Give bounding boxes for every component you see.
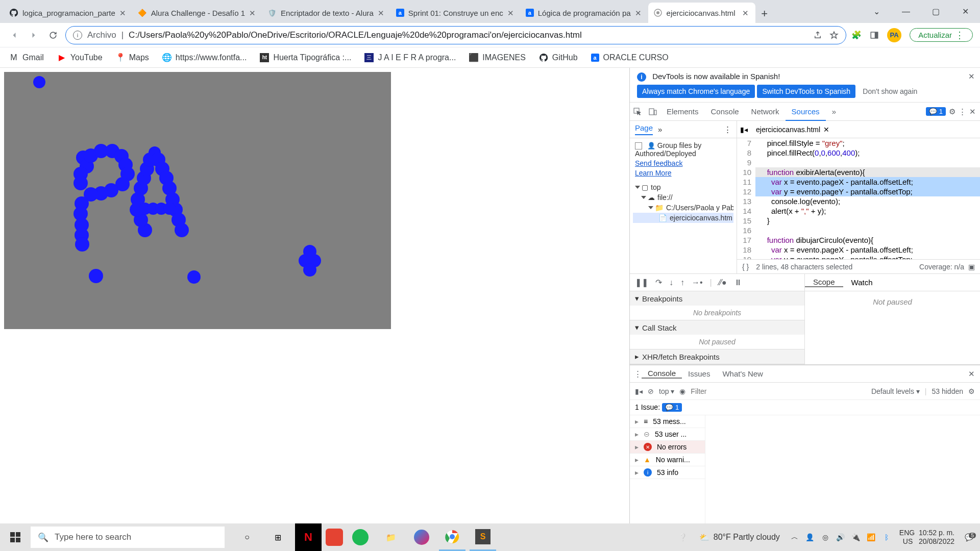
live-expr-icon[interactable]: ◉ (679, 387, 685, 395)
bookmark-jaiefra[interactable]: 三J A I E F R A progra... (364, 53, 456, 62)
spotify-icon[interactable] (347, 523, 374, 551)
step-icon[interactable]: →• (692, 278, 703, 287)
drawing-canvas[interactable] (4, 72, 391, 329)
coverage-icon[interactable]: ▣ (968, 263, 975, 271)
cortana-icon[interactable]: ○ (234, 523, 260, 551)
filter-input[interactable] (691, 387, 782, 395)
send-feedback-link[interactable]: Send feedback (635, 159, 731, 167)
dont-show-button[interactable]: Don't show again (857, 85, 922, 98)
match-language-button[interactable]: Always match Chrome's language (637, 85, 755, 98)
more-tabs-icon[interactable]: » (826, 103, 842, 120)
more-tabs-icon[interactable]: » (658, 125, 662, 134)
step-over-icon[interactable]: ↷ (655, 278, 662, 287)
help-tray-icon[interactable]: ❔ (678, 533, 687, 541)
browser-tab[interactable]: logica_programacion_parte ✕ (4, 3, 133, 23)
close-devtools-icon[interactable]: ✕ (969, 107, 976, 116)
switch-spanish-button[interactable]: Switch DevTools to Spanish (757, 85, 855, 98)
step-out-icon[interactable]: ↑ (680, 278, 684, 287)
tab-elements[interactable]: Elements (660, 103, 705, 120)
inspect-icon[interactable] (630, 108, 645, 116)
tab-sources[interactable]: Sources (786, 103, 826, 121)
issues-badge[interactable]: 💬 1 (926, 107, 946, 116)
deactivate-bp-icon[interactable]: ⁄⁄● (719, 278, 727, 287)
close-icon[interactable]: ✕ (968, 369, 980, 379)
pause-exceptions-icon[interactable]: ⏸ (734, 278, 742, 287)
drawer-issues-tab[interactable]: Issues (682, 369, 716, 378)
netflix-icon[interactable]: N (295, 523, 322, 551)
issue-summary[interactable]: 1 Issue: 💬 1 (630, 400, 980, 415)
bluetooth-tray-icon[interactable]: ᛒ (880, 533, 893, 541)
clear-console-icon[interactable]: ⊘ (648, 387, 654, 395)
battery-tray-icon[interactable]: 🔌 (849, 533, 863, 541)
file-tree[interactable]: ▢ top ☁ file:// 📁 C:/Users/Paola y Pab 📄… (630, 180, 737, 225)
scope-tab[interactable]: Scope (805, 278, 843, 287)
bookmark-imagenes[interactable]: ⬛IMAGENES (469, 53, 525, 62)
back-button[interactable] (7, 28, 21, 42)
nav-toggle-icon[interactable]: ▮◂ (740, 126, 748, 134)
kebab-icon[interactable]: ⋮ (634, 369, 642, 379)
maximize-icon[interactable]: ▢ (921, 2, 950, 22)
bookmark-huerta[interactable]: htHuerta Tipográfica :... (260, 53, 351, 62)
drawer-console-tab[interactable]: Console (642, 369, 682, 379)
chevron-down-icon[interactable]: ⌄ (862, 2, 891, 22)
editor-file-tab[interactable]: ejerciciocanvas.html ✕ (752, 123, 834, 136)
close-window-icon[interactable]: ✕ (950, 2, 980, 22)
profile-avatar[interactable]: PA (887, 28, 901, 42)
kebab-icon[interactable]: ⋮ (724, 125, 731, 134)
gear-icon[interactable]: ⚙ (949, 107, 955, 116)
bookmark-gmail[interactable]: MGmail (9, 53, 44, 62)
taskbar-search[interactable]: 🔍 Type here to search (31, 527, 225, 548)
close-icon[interactable]: ✕ (823, 126, 829, 134)
xhr-bp-section[interactable]: ▸ XHR/fetch Breakpoints (630, 349, 804, 364)
page-tab[interactable]: Page (635, 123, 653, 135)
bookmark-youtube[interactable]: ▶YouTube (57, 53, 103, 62)
start-button[interactable] (0, 523, 31, 551)
extensions-icon[interactable]: 🧩 (851, 30, 862, 40)
location-tray-icon[interactable]: ◎ (819, 533, 832, 541)
task-view-icon[interactable]: ⊞ (264, 523, 291, 551)
tab-console[interactable]: Console (705, 103, 745, 120)
bookmark-github[interactable]: GitHub (539, 53, 578, 62)
sidebar-toggle-icon[interactable]: ▮◂ (635, 387, 643, 395)
tray-clock[interactable]: ENG 10:52 p. m. US 20/08/2022 (895, 529, 959, 546)
share-icon[interactable] (813, 31, 822, 40)
volume-tray-icon[interactable]: 🔊 (834, 533, 847, 541)
photos-icon[interactable] (408, 523, 435, 551)
breakpoints-section[interactable]: ▾ Breakpoints (630, 291, 804, 306)
browser-tab[interactable]: a Sprint 01: Construye un enc ✕ (391, 3, 521, 23)
tab-network[interactable]: Network (745, 103, 786, 120)
drawer-whatsnew-tab[interactable]: What's New (716, 369, 769, 378)
people-tray-icon[interactable]: 👤 (803, 533, 817, 541)
update-button[interactable]: Actualizar⋮ (910, 28, 973, 42)
device-icon[interactable] (645, 108, 660, 116)
context-selector[interactable]: top ▾ (659, 387, 674, 395)
notifications-tray-icon[interactable]: 💬5 (961, 533, 977, 541)
gear-icon[interactable]: ⚙ (968, 387, 975, 395)
site-info-icon[interactable]: i (73, 31, 82, 40)
bookmark-oracle[interactable]: aORACLE CURSO (591, 53, 669, 62)
close-icon[interactable]: ✕ (249, 9, 257, 17)
explorer-icon[interactable]: 📁 (378, 523, 404, 551)
bookmark-fontfa[interactable]: 🌐https://www.fontfa... (162, 53, 247, 62)
levels-selector[interactable]: Default levels ▾ (871, 387, 920, 395)
chevron-up-icon[interactable]: ︿ (788, 533, 801, 542)
close-icon[interactable]: ✕ (119, 9, 128, 17)
close-icon[interactable]: ✕ (742, 9, 750, 17)
console-sidebar[interactable]: ▸≡53 mess...▸⊝53 user ...▸✕No errors▸▲No… (630, 415, 705, 523)
format-icon[interactable]: { } (742, 263, 749, 271)
code-area[interactable]: 7 pincel.fillStyle = "grey";8 pincel.fil… (737, 138, 980, 259)
step-into-icon[interactable]: ↓ (669, 278, 673, 287)
chrome-icon[interactable] (439, 523, 465, 551)
learn-more-link[interactable]: Learn More (635, 169, 731, 177)
forward-button[interactable] (27, 28, 41, 42)
omnibox[interactable]: i Archivo | C:/Users/Paola%20y%20Pablo/O… (65, 26, 846, 44)
kebab-icon[interactable]: ⋮ (959, 107, 966, 116)
new-tab-button[interactable]: + (755, 5, 774, 23)
wifi-tray-icon[interactable]: 📶 (865, 533, 878, 541)
minimize-icon[interactable]: — (891, 2, 921, 22)
group-files-checkbox[interactable] (635, 142, 642, 149)
pause-icon[interactable]: ❚❚ (635, 278, 648, 287)
browser-tab[interactable]: a Lógica de programación pa ✕ (521, 3, 648, 23)
bookmark-star-icon[interactable] (829, 31, 839, 40)
sidepanel-icon[interactable] (870, 31, 879, 40)
